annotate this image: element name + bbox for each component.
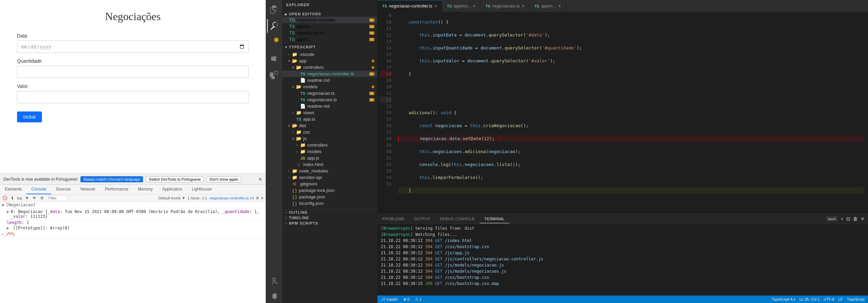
tab-close-icon[interactable]: × <box>522 3 524 9</box>
tree-models-folder[interactable]: ∨ 📂 models <box>282 84 377 90</box>
tree-package-json[interactable]: { } package.json <box>282 194 377 200</box>
tree-app-ts[interactable]: TS app.ts <box>282 116 377 122</box>
page-title: Negociações <box>17 10 249 23</box>
tree-gitignore[interactable]: ⚙ .gitignore <box>282 181 377 187</box>
warnings-count[interactable]: ⚠ 1 <box>415 297 421 302</box>
open-file-negociacao-controller[interactable]: TS negociacao-controller... M <box>282 17 377 23</box>
tab-close-icon[interactable]: × <box>558 3 561 9</box>
tab-problems[interactable]: PROBLEMS <box>377 215 409 223</box>
switch-devtools-button[interactable]: Switch DevTools to Portuguese <box>146 176 204 182</box>
tab-debug-console[interactable]: DEBUG CONSOLE <box>435 215 479 223</box>
incluir-button[interactable]: Incluir <box>17 111 42 122</box>
tree-models-readme[interactable]: 📄 readme.md <box>282 103 377 109</box>
tab-output[interactable]: OUTPUT <box>409 215 435 223</box>
tree-app-js[interactable]: JS app.js <box>282 155 377 161</box>
tab-console[interactable]: Console <box>27 185 51 194</box>
item-expand-arrow[interactable]: ▶ <box>7 209 9 214</box>
encoding[interactable]: UTF-8 <box>824 297 834 301</box>
typescript-version[interactable]: TypeScript 4.x <box>772 297 795 301</box>
filter2-icon[interactable]: ⚙ <box>39 195 45 201</box>
tab-elements[interactable]: Elements <box>0 185 27 194</box>
activity-extensions[interactable] <box>267 68 281 82</box>
editor-tab-app-mo[interactable]: TS app/mo... × <box>442 0 481 12</box>
tree-index-html[interactable]: ◇ index.html <box>282 161 377 168</box>
tree-package-lock-json[interactable]: { } package-lock.json <box>282 187 377 194</box>
tree-dist-controllers-folder[interactable]: › 📁 controllers <box>282 142 377 148</box>
always-match-button[interactable]: Always match Chrome's language <box>80 176 143 182</box>
default-levels-label[interactable]: Default levels ▼ <box>158 196 185 200</box>
close-terminal-icon[interactable]: ✕ <box>861 216 865 222</box>
dont-show-button[interactable]: Don't show again <box>206 176 241 182</box>
tree-dist-folder[interactable]: ∨ 📂 dist <box>282 122 377 129</box>
settings-icon[interactable]: ⚙ <box>256 196 259 200</box>
console-filter-input[interactable] <box>47 195 67 201</box>
tree-controllers-folder[interactable]: ∨ 📂 controllers <box>282 64 377 71</box>
tree-controllers-readme[interactable]: 📄 readme.md <box>282 77 377 84</box>
outline-header[interactable]: › OUTLINE <box>282 209 377 215</box>
tab-close-icon[interactable]: × <box>434 3 437 9</box>
activity-explorer[interactable] <box>267 3 281 16</box>
terminal-content[interactable]: [Browsersync] Serving files from: dist [… <box>377 224 868 296</box>
open-file-app-mo[interactable]: TS app/mo... M <box>282 23 377 30</box>
activity-debug[interactable] <box>267 52 281 65</box>
editor-tab-negociacoes[interactable]: TS negociacoes.ts × <box>481 0 529 12</box>
activity-accounts[interactable] <box>267 274 281 288</box>
editor-tab-negociacao-controller[interactable]: TS negociacao-controller.ts × <box>377 0 442 12</box>
prop-length: length: 1 <box>0 220 266 225</box>
quantidade-input[interactable] <box>17 66 249 78</box>
proto-arrow[interactable]: ▶ <box>7 226 9 230</box>
console-link[interactable]: negociacao-controller.js:14 <box>209 196 254 200</box>
tree-js-folder[interactable]: ∨ 📂 js <box>282 135 377 142</box>
expand-arrow[interactable]: ▶ <box>2 202 4 207</box>
open-file-app-m[interactable]: TS app/m... M <box>282 36 377 43</box>
clear-console-icon[interactable]: 🚫 <box>2 195 7 201</box>
activity-scm[interactable]: 3 <box>267 35 281 49</box>
line-ending[interactable]: LF <box>838 297 843 301</box>
npm-scripts-header[interactable]: › NPM SCRIPTS <box>282 221 377 226</box>
language-mode[interactable]: TypeScript <box>847 297 865 301</box>
tab-sources[interactable]: Sources <box>51 185 76 194</box>
tree-node-modules[interactable]: › 📁 node_modules <box>282 168 377 174</box>
tree-negociacoes-ts[interactable]: TS negociacoes.ts M <box>282 96 377 103</box>
kill-terminal-icon[interactable]: 🗑 <box>853 216 858 222</box>
tree-vscode-folder[interactable]: › 📁 .vscode <box>282 51 377 58</box>
split-terminal-icon[interactable]: ⊟ <box>846 216 850 222</box>
tab-lighthouse[interactable]: Lighthouse <box>187 185 217 194</box>
tab-memory[interactable]: Memory <box>133 185 157 194</box>
tree-negociacao-ts[interactable]: TS negociacao.ts M <box>282 90 377 96</box>
close-icon[interactable]: ✕ <box>258 177 262 182</box>
data-form-group: Data <box>17 33 249 53</box>
timeline-header[interactable]: › TIMELINE <box>282 215 377 221</box>
tree-css-folder[interactable]: › 📁 css <box>282 129 377 135</box>
tab-terminal[interactable]: TERMINAL <box>480 215 510 223</box>
tree-servidor-api[interactable]: › 📁 servidor-api <box>282 174 377 181</box>
activity-search[interactable] <box>267 19 281 33</box>
tab-application[interactable]: Application <box>157 185 187 194</box>
data-input[interactable] <box>17 41 249 53</box>
tree-views-folder[interactable]: › 📁 views <box>282 109 377 116</box>
quantidade-form-group: Quantidade <box>17 58 249 78</box>
filter-icon[interactable]: ⬇ <box>10 195 15 201</box>
new-terminal-icon[interactable]: + <box>841 216 843 222</box>
tree-dist-models-folder[interactable]: › 📁 models <box>282 148 377 155</box>
activity-settings[interactable] <box>267 289 281 303</box>
close-panel-icon[interactable]: ✕ <box>261 196 264 200</box>
dropdown-icon[interactable]: ▼ <box>24 195 30 201</box>
code-content[interactable]: constructor() { this.inputData = documen… <box>394 12 868 214</box>
tab-network[interactable]: Network <box>76 185 100 194</box>
line-col[interactable]: Ln 35, Col 1 <box>800 297 820 301</box>
errors-count[interactable]: ⊗ 0 <box>403 297 409 302</box>
tree-tsconfig-json[interactable]: { } tsconfig.json <box>282 200 377 207</box>
typescript-header[interactable]: ▼ TYPESCRIPT <box>282 44 377 50</box>
open-editors-header[interactable]: ▶ Open Editors <box>282 11 377 17</box>
tab-performance[interactable]: Performance <box>100 185 133 194</box>
tab-close-icon[interactable]: × <box>473 3 476 9</box>
eye-icon[interactable]: 👁 <box>32 195 37 201</box>
valor-input[interactable] <box>17 91 249 103</box>
tree-app-folder[interactable]: ∨ 📂 app <box>282 58 377 64</box>
editor-tab-app-m[interactable]: TS app/m... × <box>530 0 566 12</box>
line-numbers: 910111213 1415161718 19202122 2324252627… <box>377 12 394 214</box>
git-branch[interactable]: ⎇ master <box>381 297 398 302</box>
open-file-negociacoes[interactable]: TS negociacoes.ts M <box>282 30 377 36</box>
tree-negociacao-controller-ts[interactable]: TS negociacao-controller.ts M <box>282 71 377 77</box>
